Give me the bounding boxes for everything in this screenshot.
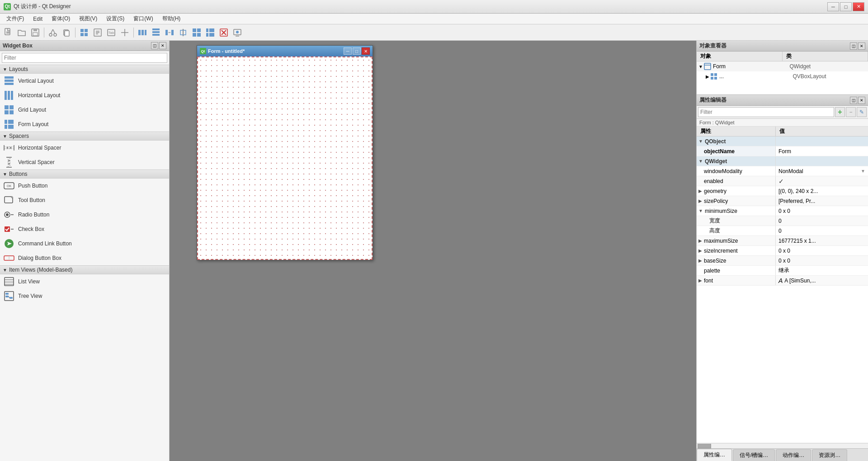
property-filter-input[interactable] xyxy=(698,107,834,117)
widget-item-form-layout[interactable]: Form Layout xyxy=(0,117,169,132)
prop-enabled-label[interactable]: enabled xyxy=(697,176,776,186)
canvas-area[interactable]: Qt Form - untitled* ─ □ ✕ xyxy=(170,41,696,461)
toolbar-break[interactable] xyxy=(217,26,230,39)
prop-maximumsize-value[interactable]: 16777215 x 1... xyxy=(776,236,868,245)
widget-item-check-box[interactable]: Check Box xyxy=(0,222,169,236)
toolbar-widget-editor[interactable] xyxy=(78,26,90,39)
prop-maximumsize-label[interactable]: ▶ maximumSize xyxy=(697,236,776,245)
widget-item-vertical-spacer[interactable]: Vertical Spacer xyxy=(0,155,169,169)
menu-tool-window[interactable]: 窗口(W) xyxy=(129,14,157,24)
toolbar-preview[interactable] xyxy=(231,26,244,39)
prop-add-btn[interactable]: + xyxy=(835,107,845,117)
minimize-button[interactable]: ─ xyxy=(827,2,839,11)
menu-settings[interactable]: 设置(S) xyxy=(102,14,129,24)
layout-expand-arrow[interactable]: ▶ xyxy=(706,74,709,79)
prop-qobject-name[interactable]: ▼ QObject xyxy=(697,136,776,146)
object-inspector-close-btn[interactable]: ✕ xyxy=(858,42,865,50)
section-layouts[interactable]: ▼ Layouts xyxy=(0,65,169,74)
prop-height-label[interactable]: 高度 xyxy=(697,226,776,235)
prop-font-value[interactable]: A A [SimSun,... xyxy=(776,276,868,285)
toolbar-layout-center[interactable] xyxy=(177,26,189,39)
toolbar-cut[interactable] xyxy=(47,26,59,39)
prop-geometry-value[interactable]: [(0, 0), 240 x 2... xyxy=(776,186,868,196)
toolbar-layout-h[interactable] xyxy=(136,26,149,39)
tab-resources[interactable]: 资源浏… xyxy=(812,449,847,461)
widget-box-close-btn[interactable]: ✕ xyxy=(159,42,166,49)
property-editor-float-btn[interactable]: ◫ xyxy=(850,97,857,104)
prop-palette-value[interactable]: 继承 xyxy=(776,266,868,275)
widget-item-horizontal-spacer[interactable]: Horizontal Spacer xyxy=(0,141,169,155)
toolbar-copy[interactable] xyxy=(60,26,73,39)
prop-minimumsize-label[interactable]: ▼ minimumSize xyxy=(697,206,776,216)
toolbar-save[interactable] xyxy=(29,26,42,39)
widget-item-list-view[interactable]: List View xyxy=(0,274,169,289)
prop-sizeincrement-label[interactable]: ▶ sizeIncrement xyxy=(697,246,776,255)
close-button[interactable]: ✕ xyxy=(853,2,864,11)
menu-view[interactable]: 视图(V) xyxy=(75,14,102,24)
prop-scrollbar-thumb[interactable] xyxy=(698,444,711,448)
tab-signals[interactable]: 信号/槽编… xyxy=(733,449,775,461)
prop-windowmodality-label[interactable]: windowModality xyxy=(697,166,776,176)
prop-enabled-value[interactable]: ✓ xyxy=(776,176,868,186)
widget-item-command-link[interactable]: Command Link Button xyxy=(0,236,169,251)
widget-item-push-button[interactable]: OK Push Button xyxy=(0,179,169,193)
menu-file[interactable]: 文件(F) xyxy=(2,14,28,24)
maximize-button[interactable]: □ xyxy=(840,2,852,11)
form-body[interactable] xyxy=(197,56,373,260)
menu-window[interactable]: 窗体(O) xyxy=(47,14,75,24)
prop-width-label[interactable]: 宽度 xyxy=(697,216,776,226)
widget-box-float-btn[interactable]: ◫ xyxy=(151,42,158,49)
prop-font-label[interactable]: ▶ font xyxy=(697,276,776,285)
section-item-views[interactable]: ▼ Item Views (Model-Based) xyxy=(0,265,169,274)
form-close-btn[interactable]: ✕ xyxy=(362,47,370,55)
prop-sizepolicy-value[interactable]: [Preferred, Pr... xyxy=(776,196,868,206)
prop-basesize-label[interactable]: ▶ baseSize xyxy=(697,256,776,265)
toolbar-layout-form[interactable] xyxy=(204,26,217,39)
prop-width-value[interactable]: 0 xyxy=(776,216,868,226)
widget-item-tool-button[interactable]: Tool Button xyxy=(0,193,169,207)
object-inspector-float-btn[interactable]: ◫ xyxy=(850,42,857,50)
widget-item-horizontal-layout[interactable]: Horizontal Layout xyxy=(0,88,169,103)
widget-item-radio-button[interactable]: Radio Button xyxy=(0,207,169,222)
form-expand-arrow[interactable]: ▼ xyxy=(698,64,703,69)
prop-palette-label[interactable]: palette xyxy=(697,266,776,275)
menu-edit[interactable]: Edit xyxy=(28,15,47,23)
object-row-form[interactable]: ▼ Form QWidget xyxy=(697,61,868,71)
tab-actions[interactable]: 动作编… xyxy=(776,449,811,461)
prop-windowmodality-value[interactable]: NonModal ▼ xyxy=(776,166,868,176)
prop-objectname-label[interactable]: objectName xyxy=(697,146,776,156)
prop-height-value[interactable]: 0 xyxy=(776,226,868,235)
section-spacers[interactable]: ▼ Spacers xyxy=(0,132,169,141)
prop-windowmodality-dropdown[interactable]: ▼ xyxy=(861,169,865,174)
widget-item-tree-view[interactable]: Tree View xyxy=(0,289,169,303)
prop-objectname-value[interactable]: Form xyxy=(776,146,868,156)
prop-sizepolicy-label[interactable]: ▶ sizePolicy xyxy=(697,196,776,206)
toolbar-layout-v[interactable] xyxy=(150,26,162,39)
property-editor-close-btn[interactable]: ✕ xyxy=(858,97,865,104)
toolbar-signal-editor[interactable] xyxy=(91,26,104,39)
section-buttons[interactable]: ▼ Buttons xyxy=(0,169,169,179)
toolbar-open[interactable] xyxy=(15,26,28,39)
prop-remove-btn[interactable]: − xyxy=(846,107,856,117)
form-maximize-btn[interactable]: □ xyxy=(353,47,361,55)
widget-item-grid-layout[interactable]: Grid Layout xyxy=(0,103,169,117)
object-row-layout[interactable]: ▶ ... QVBoxLayout xyxy=(697,71,868,81)
toolbar-tab-order[interactable]: Tab xyxy=(105,26,118,39)
toolbar-new[interactable] xyxy=(2,26,14,39)
widget-item-dialog-button[interactable]: Dialog Button Box xyxy=(0,251,169,265)
prop-basesize-value[interactable]: 0 x 0 xyxy=(776,256,868,265)
form-minimize-btn[interactable]: ─ xyxy=(344,47,352,55)
toolbar-layout-hsp[interactable] xyxy=(163,26,176,39)
tab-properties[interactable]: 属性编… xyxy=(697,449,732,461)
toolbar-break-layout[interactable] xyxy=(118,26,131,39)
prop-horizontal-scrollbar[interactable] xyxy=(697,443,868,448)
prop-geometry-label[interactable]: ▶ geometry xyxy=(697,186,776,196)
menu-help[interactable]: 帮助(H) xyxy=(158,14,185,24)
prop-qwidget-name[interactable]: ▼ QWidget xyxy=(697,156,776,166)
toolbar-layout-grid[interactable] xyxy=(190,26,203,39)
prop-minimumsize-value[interactable]: 0 x 0 xyxy=(776,206,868,216)
widget-item-vertical-layout[interactable]: Vertical Layout xyxy=(0,74,169,88)
form-window[interactable]: Qt Form - untitled* ─ □ ✕ xyxy=(197,45,373,260)
prop-sizeincrement-value[interactable]: 0 x 0 xyxy=(776,246,868,255)
widget-filter-input[interactable] xyxy=(2,53,167,63)
